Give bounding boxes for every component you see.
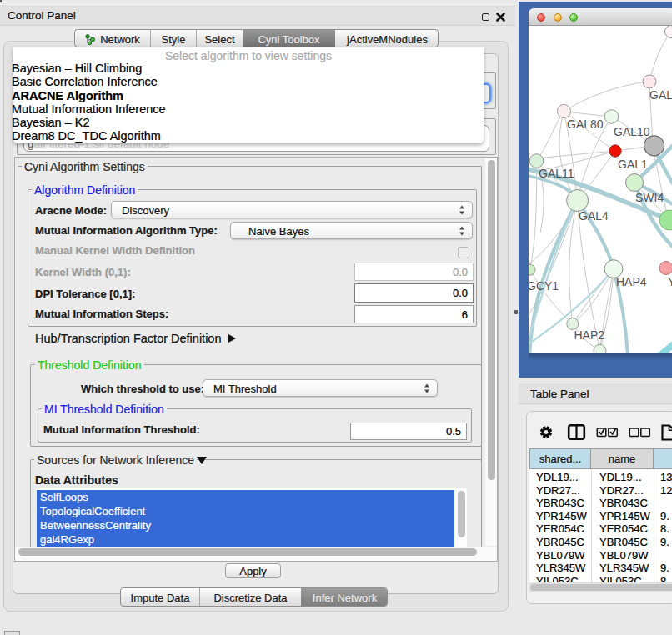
svg-text:GAL1: GAL1 xyxy=(618,158,648,171)
svg-text:SWI4: SWI4 xyxy=(635,191,664,204)
svg-text:GAL4: GAL4 xyxy=(579,209,609,222)
svg-text:GAL80: GAL80 xyxy=(567,118,604,131)
svg-text:GAL10: GAL10 xyxy=(614,125,650,138)
svg-text:GCY1: GCY1 xyxy=(529,279,559,292)
svg-text:HAP4: HAP4 xyxy=(616,275,647,288)
svg-text:GAL11: GAL11 xyxy=(539,167,574,180)
svg-text:Y: Y xyxy=(668,275,672,288)
svg-text:HAP2: HAP2 xyxy=(574,328,605,342)
svg-text:GAL: GAL xyxy=(649,88,672,102)
